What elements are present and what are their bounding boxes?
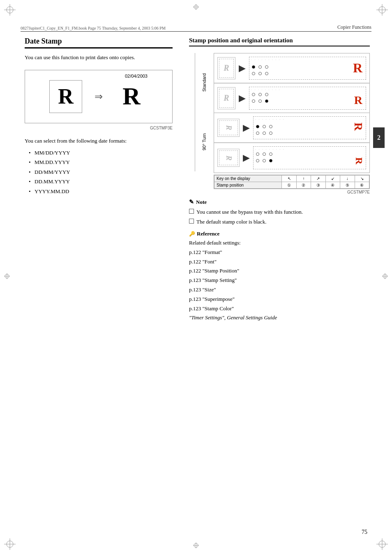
pdot-s1-2 xyxy=(258,65,262,69)
label-standard: Standard xyxy=(195,53,213,112)
arrow-s2: ▶ xyxy=(239,93,246,104)
key-6: ↘ xyxy=(355,175,369,182)
corner-mark-tr xyxy=(376,4,388,16)
demo-caption: GCSTMP3E xyxy=(25,126,173,130)
corner-mark-br xyxy=(376,538,388,550)
stamp-position-label: Stamp position xyxy=(214,182,282,189)
ref-1: p.122 "Format" xyxy=(189,248,370,257)
right-column: Stamp position and original orientation … xyxy=(189,37,370,323)
chapter-number: 2 xyxy=(377,134,380,141)
r-stamp-s2: R xyxy=(354,94,362,107)
standard-row-2: R ▶ · · · · · · · · · R xyxy=(214,83,369,113)
doc-preview-t2: R xyxy=(217,149,240,167)
demo-letter-before: R xyxy=(49,80,82,113)
ref-3: p.122 "Stamp Position" xyxy=(189,267,370,275)
ref-5: p.123 "Size" xyxy=(189,286,370,294)
pdot-t1-2 xyxy=(263,125,266,128)
orientation-diagram: R ▶ · · · · · · · · · R xyxy=(214,53,370,173)
note-checkbox-2 xyxy=(189,219,194,224)
format-item-2: MM.DD.YYYY xyxy=(29,157,173,167)
pdot-t1-1 xyxy=(256,125,259,128)
key-on-display-label: Key on the display xyxy=(214,175,282,182)
formats-list: MM/DD/YYYY MM.DD.YYYY DD/MM/YYYY DD.MM.Y… xyxy=(25,148,173,196)
positions-grid-s1: · · · · · · · · · R xyxy=(249,57,366,80)
format-item-3: DD/MM/YYYY xyxy=(29,167,173,177)
corner-mark-bl xyxy=(4,538,16,550)
turn-row-2: R ▶ · · · · · · · · · R xyxy=(214,143,369,173)
chapter-tab: 2 xyxy=(373,127,385,148)
orientation-diagram-wrapper: Standard 90° Turn R ▶ · · · · · · · · · xyxy=(214,53,370,194)
section-title-date-stamp: Date Stamp xyxy=(25,37,173,48)
pos-1: ① xyxy=(282,182,296,189)
center-mark-bottom xyxy=(193,542,199,550)
note-pencil-icon: ✎ xyxy=(189,199,194,205)
key-legend: Key on the display ↖ ↑ ↗ ↙ ↓ ↘ Stamp pos… xyxy=(214,175,370,189)
pdot-s1-3 xyxy=(265,65,268,69)
pdot-t1-4 xyxy=(256,132,259,135)
pos-4: ④ xyxy=(325,182,340,189)
pos-3: ③ xyxy=(311,182,325,189)
note-item-1: You cannot use the bypass tray with this… xyxy=(189,208,370,216)
pdot-s2-6 xyxy=(265,99,268,103)
arrow-t2: ▶ xyxy=(243,152,250,163)
pdot-t2-3 xyxy=(269,152,272,156)
header-section-title: Copier Functions xyxy=(337,24,371,30)
note-item-2: The default stamp color is black. xyxy=(189,218,370,226)
pos-2: ② xyxy=(296,182,311,189)
pdot-s2-1 xyxy=(252,93,255,96)
corner-mark-tl xyxy=(4,4,16,16)
positions-grid-t1: · · · · · · · · · R xyxy=(253,116,366,139)
pdot-t1-3 xyxy=(269,125,272,128)
ref-6: p.123 "Superimpose" xyxy=(189,295,370,304)
diagram-caption: GCSTMP7E xyxy=(214,190,370,194)
key-5: ↓ xyxy=(340,175,355,182)
reference-header: 🔑 Reference xyxy=(189,231,370,237)
note-section: ✎ Note You cannot use the bypass tray wi… xyxy=(189,199,370,226)
right-section-title: Stamp position and original orientation xyxy=(189,37,370,46)
pdot-t2-4 xyxy=(256,159,259,162)
key-2: ↑ xyxy=(296,175,311,182)
center-mark-top xyxy=(193,4,199,12)
intro-text: You can use this function to print dates… xyxy=(25,53,173,62)
pdot-t2-5 xyxy=(263,159,266,162)
ref-footer: "Timer Settings", General Settings Guide xyxy=(189,314,370,322)
pdot-s2-3 xyxy=(265,93,268,96)
page-number: 75 xyxy=(362,529,367,536)
standard-row-1: R ▶ · · · · · · · · · R xyxy=(214,53,369,83)
doc-preview-s1: R xyxy=(217,57,235,79)
demo-letter-after: R xyxy=(115,78,148,115)
ref-2: p.122 "Font" xyxy=(189,258,370,266)
pdot-s1-1 xyxy=(252,65,255,69)
doc-preview-s2: R xyxy=(217,87,235,109)
demo-box: 02/04/2003 R ⇒ R xyxy=(25,70,173,123)
note-checkbox-1 xyxy=(189,209,194,214)
pdot-s2-5 xyxy=(258,99,262,103)
r-stamp-t2: R xyxy=(353,157,364,164)
reference-section: 🔑 Reference Related default settings: p.… xyxy=(189,231,370,322)
arrow-s1: ▶ xyxy=(239,63,246,74)
pdot-t2-1 xyxy=(256,152,259,156)
positions-grid-t2: · · · · · · · · · R xyxy=(253,146,366,169)
pdot-s2-2 xyxy=(258,93,262,96)
format-item-1: MM/DD/YYYY xyxy=(29,148,173,157)
doc-preview-t1: R xyxy=(217,119,240,137)
header-bar: 0827JupiterC1_Copy_EN_F1_FM.book Page 75… xyxy=(21,23,371,32)
center-mark-left xyxy=(4,273,10,281)
formats-intro: You can select from the following date f… xyxy=(25,137,173,145)
demo-arrow: ⇒ xyxy=(95,91,103,102)
left-column: Date Stamp You can use this function to … xyxy=(25,37,173,196)
pos-5: ⑤ xyxy=(340,182,355,189)
positions-grid-s2: · · · · · · · · · R xyxy=(249,87,366,110)
pdot-s1-5 xyxy=(258,72,262,75)
note-header: ✎ Note xyxy=(189,199,370,205)
key-3: ↗ xyxy=(311,175,325,182)
format-item-4: DD.MM.YYYY xyxy=(29,177,173,186)
ref-4: p.123 "Stamp Setting" xyxy=(189,276,370,285)
turn-row-1: R ▶ · · · · · · · · · R xyxy=(214,113,369,143)
pdot-t2-2 xyxy=(263,152,266,156)
reference-intro: Related default settings: xyxy=(189,239,370,247)
pdot-t2-6 xyxy=(269,159,272,162)
pdot-t1-6 xyxy=(269,132,272,135)
pdot-s1-4 xyxy=(252,72,255,75)
key-4: ↙ xyxy=(325,175,340,182)
